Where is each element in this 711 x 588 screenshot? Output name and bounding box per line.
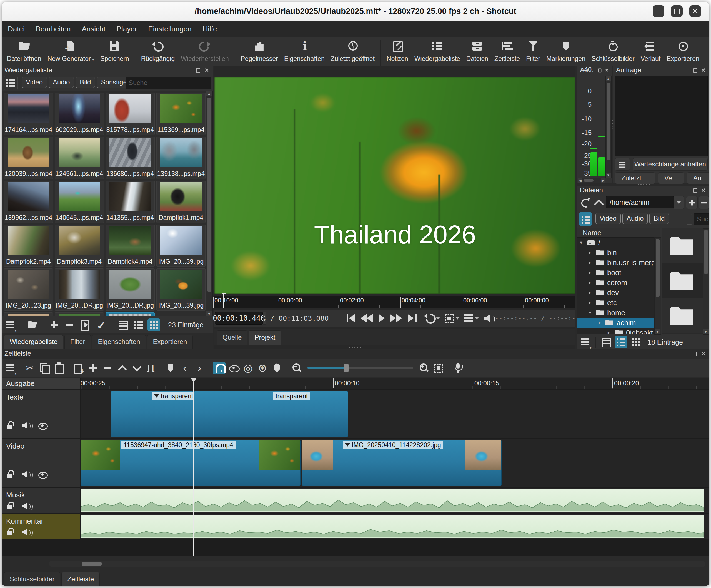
- toolbar-button[interactable]: Schlüsselbilder: [588, 38, 638, 67]
- player-tab[interactable]: Projekt: [249, 330, 281, 344]
- files-search-input[interactable]: [694, 213, 709, 225]
- playlist-item[interactable]: 115369...ps.mp4: [156, 93, 206, 135]
- player-tab[interactable]: Quelle: [217, 330, 247, 344]
- playlist-item[interactable]: IMG_20...DR.jpg: [55, 269, 104, 311]
- timeline-float-icon[interactable]: [692, 351, 698, 357]
- big-folder-icon[interactable]: [670, 272, 693, 290]
- track-lane-kommentar[interactable]: [81, 514, 709, 539]
- tree-expand-icon[interactable]: ▸: [608, 330, 615, 334]
- snap-toggle-button[interactable]: [213, 361, 225, 374]
- dock-tab[interactable]: Wiedergabeliste: [4, 335, 63, 349]
- playlist-remove-button[interactable]: [63, 318, 76, 331]
- path-dropdown-icon[interactable]: [674, 196, 684, 209]
- tree-expand-icon[interactable]: ▸: [589, 279, 596, 286]
- zoom-out-button[interactable]: [290, 361, 303, 374]
- playlist-item[interactable]: Dampflok1.mp4: [156, 181, 206, 223]
- path-combobox[interactable]: /home/achim: [606, 196, 674, 208]
- playlist-item[interactable]: [55, 312, 104, 316]
- jobs-close-icon[interactable]: [701, 67, 707, 74]
- tree-item[interactable]: ▾ /: [577, 237, 661, 248]
- playlist-open-button[interactable]: [26, 318, 39, 331]
- files-list-view-button[interactable]: [615, 336, 627, 349]
- track-lane-video[interactable]: 11536947-uhd_3840_2160_30fps.mp4 IMG_202…: [81, 439, 709, 487]
- tree-item[interactable]: ▸ bin.usr-is-merg...: [577, 258, 661, 268]
- toolbar-button[interactable]: Rückgängig: [138, 38, 178, 67]
- files-list-toggle-button[interactable]: [579, 212, 592, 226]
- mute-icon[interactable]: [21, 501, 32, 511]
- toolbar-button[interactable]: Speichern: [97, 38, 132, 67]
- timeline-clip-text-1[interactable]: transparent: [110, 391, 193, 437]
- playlist-scrollbar-thumb[interactable]: [207, 98, 211, 292]
- track-header-video[interactable]: Video: [2, 439, 81, 487]
- playlist-scrollbar[interactable]: ▲ ▼: [206, 90, 213, 317]
- toolbar-button[interactable]: Zuletzt geöffnet: [328, 38, 378, 67]
- jobs-button[interactable]: Zuletzt ...: [615, 172, 655, 184]
- lock-icon[interactable]: [5, 470, 16, 480]
- lock-icon[interactable]: [5, 527, 16, 538]
- vertical-splitter[interactable]: [611, 120, 613, 129]
- tree-item[interactable]: ▸ etc: [577, 298, 661, 308]
- playlist-item[interactable]: 136680...ps.mp4: [106, 137, 155, 179]
- ripple-delete-button[interactable]: [101, 361, 114, 374]
- minimize-button[interactable]: [653, 5, 664, 17]
- playlist-item[interactable]: [106, 312, 155, 316]
- position-timecode[interactable]: 00:00:10.440: [215, 312, 263, 324]
- jobs-button[interactable]: Ve...: [658, 172, 684, 184]
- playlist-float-icon[interactable]: [195, 67, 201, 74]
- menu-item[interactable]: Bearbeiten: [36, 25, 71, 33]
- toolbar-button[interactable]: Filter: [523, 38, 543, 67]
- files-filter-chip[interactable]: Audio: [622, 213, 648, 224]
- timeline-clip-text-2[interactable]: transparent: [194, 391, 348, 437]
- playlist-item[interactable]: IMG_20...39.jpg: [156, 225, 206, 267]
- files-menu-button[interactable]: [579, 336, 591, 349]
- meter-close-icon[interactable]: [604, 68, 609, 73]
- toolbar-button[interactable]: New Generator: [44, 38, 98, 67]
- tree-expand-icon[interactable]: ▸: [589, 259, 596, 266]
- lock-icon[interactable]: [5, 421, 16, 431]
- zoom-fit-button[interactable]: [443, 312, 455, 324]
- timeline-ruler[interactable]: 00:00:1000:00:1500:00:2000:00:25: [81, 378, 709, 389]
- playlist-menu-button[interactable]: [4, 318, 17, 331]
- player-scrub-ruler[interactable]: 00:00:0000:02:0000:04:0000:06:0000:08:00…: [214, 296, 576, 308]
- files-float-icon[interactable]: [692, 187, 698, 193]
- marker-button[interactable]: [164, 361, 177, 374]
- track-header-texte[interactable]: Texte: [2, 390, 81, 438]
- timeline-clip-video-1[interactable]: 11536947-uhd_3840_2160_30fps.mp4: [81, 440, 301, 486]
- paste-button[interactable]: [52, 361, 65, 374]
- previous-marker-button[interactable]: ‹: [178, 361, 191, 374]
- bottom-tab[interactable]: Zeitleiste: [61, 572, 100, 586]
- toolbar-button[interactable]: Wiedergabeliste: [411, 38, 463, 67]
- timeline-playhead[interactable]: [193, 378, 194, 556]
- files-icons-view-button[interactable]: [630, 336, 642, 349]
- tree-expand-icon[interactable]: ▾: [580, 239, 587, 246]
- close-button[interactable]: [689, 5, 701, 17]
- grid-button[interactable]: [462, 312, 475, 324]
- toolbar-button[interactable]: Exportieren: [664, 38, 703, 67]
- zoom-options-icon[interactable]: [455, 317, 459, 319]
- skip-start-button[interactable]: [344, 312, 359, 324]
- toolbar-button[interactable]: Zeitleiste: [491, 38, 523, 67]
- zoom-in-button[interactable]: [417, 361, 430, 374]
- menu-item[interactable]: Datei: [8, 25, 25, 33]
- dock-tab[interactable]: Eigenschaften: [92, 335, 146, 349]
- menu-item[interactable]: Ansicht: [82, 25, 105, 33]
- jobs-menu-button[interactable]: [615, 158, 630, 171]
- filter-overflow-icon[interactable]: [687, 214, 692, 225]
- track-lane-texte[interactable]: transparent transparent: [81, 390, 709, 438]
- playlist-item[interactable]: 815778...ps.mp4: [106, 93, 155, 135]
- add-track-button[interactable]: [87, 361, 100, 374]
- bottom-tab[interactable]: Schlüsselbilder: [4, 572, 60, 586]
- scrub-while-dragging-button[interactable]: [227, 361, 240, 374]
- jobs-float-icon[interactable]: [692, 67, 698, 74]
- playlist-details-view-button[interactable]: [116, 318, 129, 331]
- playlist-tiles-view-button[interactable]: [132, 318, 145, 331]
- tree-item[interactable]: ▸ bin: [577, 248, 661, 258]
- playlist-item[interactable]: 602029...ps.mp4: [55, 93, 104, 135]
- timeline-clip-musik[interactable]: [81, 489, 704, 512]
- tree-item[interactable]: ▾ achim: [577, 318, 661, 328]
- playlist-item[interactable]: 139138...ps.mp4: [156, 137, 206, 179]
- ripple-all-tracks-button[interactable]: ⊛: [256, 361, 269, 374]
- playlist-item[interactable]: IMG_20...23.jpg: [4, 269, 53, 311]
- tree-item[interactable]: ▸ cdrom: [577, 278, 661, 288]
- tree-item[interactable]: ▾ home: [577, 308, 661, 318]
